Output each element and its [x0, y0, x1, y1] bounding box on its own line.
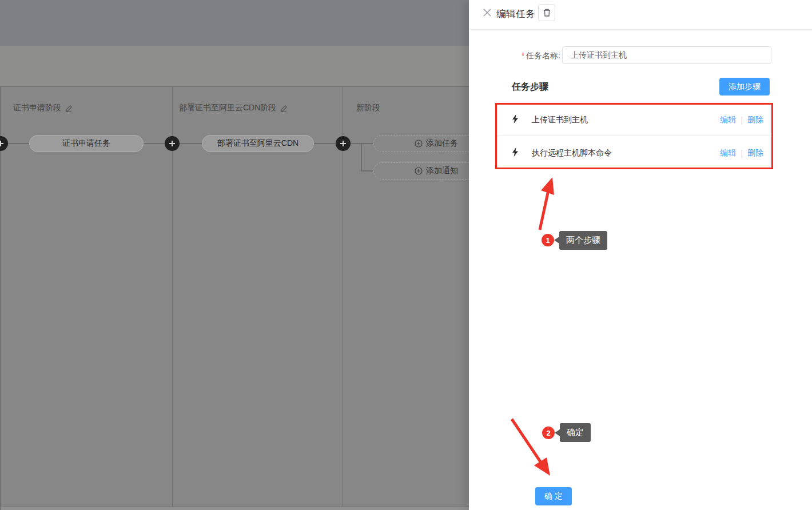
connector-line: [361, 143, 373, 144]
stage-title-3: 新阶段: [356, 103, 380, 113]
add-step-button[interactable]: 添加步骤: [719, 78, 770, 95]
edit-task-drawer: 编辑任务 *任务名称: 任务步骤 添加步骤 上传证书到主机 编辑 | 删除: [469, 0, 812, 510]
step-actions: 编辑 | 删除: [720, 148, 763, 158]
step-row[interactable]: 上传证书到主机 编辑 | 删除: [497, 103, 771, 136]
task-node-label: 证书申请任务: [62, 138, 110, 149]
task-node-label: 部署证书至阿里云CDN: [217, 138, 298, 149]
step-name: 执行远程主机脚本命令: [532, 148, 612, 158]
confirm-button[interactable]: 确 定: [535, 487, 572, 505]
step-delete-link[interactable]: 删除: [747, 115, 763, 125]
step-name: 上传证书到主机: [532, 115, 588, 125]
add-stage-button[interactable]: [165, 136, 180, 151]
delete-task-button[interactable]: [538, 4, 555, 21]
plus-icon: [415, 167, 423, 175]
lightning-bolt-icon: [512, 114, 519, 126]
stage-title-2: 部署证书至阿里云CDN阶段: [179, 103, 288, 113]
steps-section-heading: 任务步骤: [512, 81, 548, 93]
add-stage-button[interactable]: [0, 136, 8, 151]
annotation-badge-1: 1: [542, 234, 554, 246]
annotation-tooltip-1: 两个步骤: [559, 231, 607, 250]
add-stage-button[interactable]: [336, 136, 351, 151]
close-icon[interactable]: [483, 8, 492, 17]
add-task-label: 添加任务: [426, 138, 458, 149]
plus-icon: [340, 140, 347, 147]
add-notify-label: 添加通知: [426, 166, 458, 176]
stage-title-text: 部署证书至阿里云CDN阶段: [179, 103, 276, 113]
annotation-badge-2: 2: [542, 427, 555, 439]
task-name-label: *任务名称:: [503, 51, 560, 61]
edit-pencil-icon[interactable]: [280, 105, 288, 112]
step-edit-link[interactable]: 编辑: [720, 148, 736, 158]
required-mark: *: [522, 51, 524, 60]
link-separator: |: [741, 115, 743, 125]
drawer-header: 编辑任务: [469, 0, 812, 30]
lightning-bolt-icon: [512, 148, 519, 159]
link-separator: |: [741, 149, 743, 158]
tooltip-arrow: [554, 237, 559, 244]
trash-icon: [543, 8, 551, 17]
page: 证书申请阶段 部署证书至阿里云CDN阶段 新阶段: [0, 0, 812, 510]
tooltip-arrow: [555, 429, 560, 436]
task-node-deploy-cdn[interactable]: 部署证书至阿里云CDN: [202, 135, 314, 152]
edit-pencil-icon[interactable]: [65, 105, 73, 112]
drawer-title: 编辑任务: [496, 7, 535, 21]
stage-title-text: 证书申请阶段: [13, 103, 61, 113]
step-edit-link[interactable]: 编辑: [720, 115, 736, 125]
annotation-tooltip-2: 确定: [560, 423, 591, 442]
stage-title-text: 新阶段: [356, 103, 380, 113]
plus-icon: [0, 140, 4, 147]
stage-title-1: 证书申请阶段: [13, 103, 73, 113]
task-node-cert-apply[interactable]: 证书申请任务: [29, 135, 144, 152]
task-name-input[interactable]: [562, 46, 771, 64]
connector-line: [361, 170, 373, 172]
step-actions: 编辑 | 删除: [720, 115, 763, 125]
plus-icon: [415, 140, 423, 148]
connector-branch: [361, 143, 362, 172]
step-row[interactable]: 执行远程主机脚本命令 编辑 | 删除: [497, 136, 771, 169]
step-delete-link[interactable]: 删除: [747, 148, 763, 158]
plus-icon: [169, 140, 176, 147]
